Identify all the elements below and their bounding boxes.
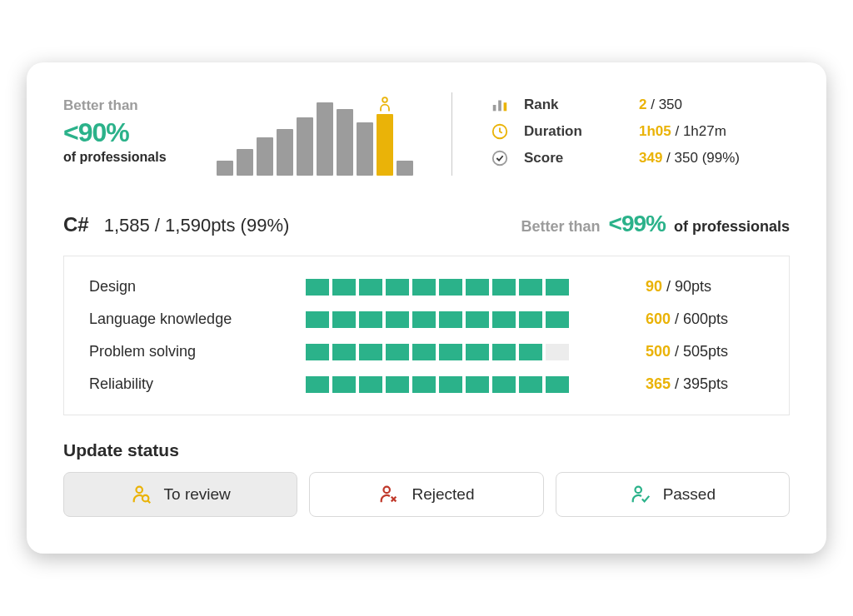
skills-panel: Design90 / 90ptsLanguage knowledge600 / … (63, 256, 790, 415)
skill-block-filled (332, 376, 356, 393)
skill-block-filled (466, 311, 489, 328)
skill-block-filled (492, 376, 516, 393)
rank-icon (491, 96, 514, 114)
person-search-icon (131, 484, 152, 505)
skill-block-filled (332, 279, 356, 296)
skill-name: Problem solving (89, 343, 306, 360)
duration-label: Duration (514, 123, 639, 140)
status-button-label: To review (164, 485, 231, 504)
skill-block-filled (412, 376, 436, 393)
skill-block-filled (519, 279, 542, 296)
status-button-review[interactable]: To review (63, 472, 297, 517)
skill-block-filled (306, 344, 329, 360)
histogram-bar (357, 122, 373, 176)
skill-block-filled (359, 279, 382, 296)
duration-value: 1h05 / 1h27m (639, 123, 790, 140)
skill-block-filled (386, 344, 409, 360)
skill-block-filled (546, 279, 569, 296)
svg-point-9 (635, 487, 641, 493)
skill-block-filled (306, 279, 329, 296)
skill-block-filled (439, 344, 462, 360)
skill-block-filled (386, 279, 409, 296)
skill-block-empty (546, 344, 569, 360)
histogram-bar (277, 129, 293, 176)
histogram-bar (337, 109, 353, 176)
histogram-bar (257, 137, 273, 176)
skill-block-filled (466, 279, 489, 296)
skill-blocks (306, 279, 631, 296)
language-left: C# 1,585 / 1,590pts (99%) (63, 213, 289, 236)
top-row: Better than <90% of professionals Rank 2… (63, 92, 790, 176)
better-than-top-label: Better than (63, 97, 213, 114)
histogram-bar-highlight (377, 114, 393, 176)
language-row: C# 1,585 / 1,590pts (99%) Better than <9… (63, 211, 790, 237)
skill-block-filled (466, 344, 489, 360)
skill-block-filled (439, 279, 462, 296)
better-than-percent: <90% (63, 117, 213, 148)
skill-block-filled (546, 376, 569, 393)
skill-value: 500 / 505pts (631, 343, 764, 360)
histogram-bar (297, 117, 313, 176)
distribution-histogram (217, 92, 413, 176)
skill-block-filled (466, 376, 489, 393)
skill-block-filled (306, 311, 329, 328)
skill-block-filled (332, 311, 356, 328)
person-x-icon (378, 484, 400, 505)
status-button-pass[interactable]: Passed (556, 472, 790, 517)
skill-name: Language knowledge (89, 310, 306, 328)
score-value: 349 / 350 (99%) (639, 150, 790, 166)
skill-blocks (306, 344, 631, 360)
status-button-label: Rejected (412, 485, 474, 504)
skill-value: 365 / 395pts (631, 375, 764, 393)
svg-point-6 (136, 487, 142, 493)
check-circle-icon (491, 149, 514, 167)
rank-label: Rank (514, 97, 639, 113)
skill-block-filled (412, 279, 436, 296)
status-button-row: To reviewRejectedPassed (63, 472, 790, 517)
person-check-icon (630, 484, 651, 505)
stats-grid: Rank 2 / 350 Duration 1h05 / 1h27m Score… (491, 96, 790, 167)
lang-better-suffix: of professionals (674, 218, 790, 236)
skill-block-filled (386, 311, 409, 328)
language-points: 1,585 / 1,590pts (99%) (104, 215, 290, 236)
status-button-reject[interactable]: Rejected (309, 472, 543, 517)
svg-point-0 (382, 97, 387, 102)
skill-blocks (306, 376, 631, 393)
lang-better-percent: <99% (609, 211, 666, 237)
score-label: Score (514, 150, 639, 166)
skill-block-filled (439, 376, 462, 393)
skill-block-filled (332, 344, 356, 360)
rank-value: 2 / 350 (639, 97, 790, 113)
vertical-divider (451, 92, 452, 176)
svg-point-5 (493, 152, 507, 166)
skill-block-filled (359, 376, 382, 393)
person-icon (377, 96, 392, 112)
skill-block-filled (412, 344, 436, 360)
skill-block-filled (412, 311, 436, 328)
skill-block-filled (492, 311, 516, 328)
status-button-label: Passed (663, 485, 716, 504)
skill-blocks (306, 311, 631, 328)
histogram-bar (397, 161, 413, 176)
better-than-block: Better than <90% of professionals (63, 92, 213, 165)
update-status-title: Update status (63, 440, 790, 460)
skill-block-filled (439, 311, 462, 328)
skill-block-filled (492, 279, 516, 296)
lang-better-label: Better than (521, 218, 601, 236)
result-card: Better than <90% of professionals Rank 2… (27, 62, 826, 554)
skill-block-filled (519, 344, 542, 360)
skill-block-filled (359, 344, 382, 360)
skill-name: Reliability (89, 375, 306, 393)
clock-icon (491, 122, 514, 141)
svg-point-8 (384, 487, 390, 493)
histogram-bar (317, 102, 333, 176)
svg-rect-1 (493, 105, 496, 111)
language-better-than: Better than <99% of professionals (521, 211, 790, 237)
svg-point-7 (142, 495, 147, 501)
skill-block-filled (519, 311, 542, 328)
histogram-bar (217, 161, 233, 176)
svg-rect-2 (498, 101, 501, 112)
skill-block-filled (359, 311, 382, 328)
skill-block-filled (546, 311, 569, 328)
skill-block-filled (519, 376, 542, 393)
